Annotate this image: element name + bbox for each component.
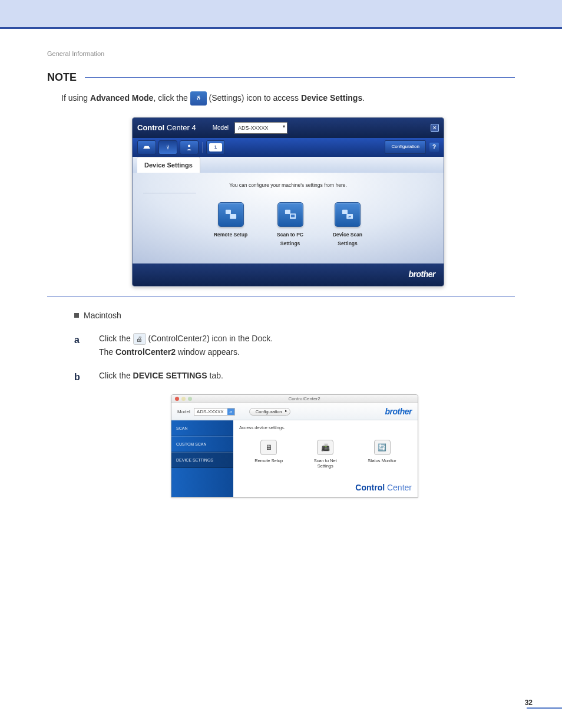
step-b-bold: DEVICE SETTINGS [133, 371, 207, 380]
note-mid1: , click the [153, 93, 190, 103]
cc2-brand-bold: Control [355, 483, 385, 492]
remote-setup-label: Remote Setup [214, 230, 247, 239]
svg-rect-5 [290, 215, 294, 218]
remote-setup-button[interactable]: Remote Setup [214, 202, 247, 249]
scan-to-pc-button[interactable]: Scan to PC Settings [277, 202, 303, 249]
cc4-body-desc: You can configure your machine's setting… [150, 181, 426, 190]
step-a-letter: a [74, 332, 85, 360]
controlcenter2-dock-icon: 🖨 [133, 333, 146, 345]
svg-rect-2 [230, 214, 236, 219]
cc4-divider [143, 193, 196, 193]
zoom-dot-icon[interactable] [188, 397, 192, 401]
cc2-content: Access device settings. 🖥 Remote Setup 📠… [233, 420, 418, 497]
remote-setup-icon [218, 202, 244, 227]
scan-to-net-icon: 📠 [317, 440, 333, 455]
brother-logo-blue: brother [385, 407, 412, 416]
step-b-t2: tab. [207, 371, 223, 380]
note-prefix: If using [61, 93, 90, 103]
device-settings-tab[interactable]: Device Settings [137, 157, 200, 173]
configuration-button[interactable]: Configuration [385, 140, 426, 153]
cc4-title-bold: Control [137, 123, 164, 132]
cc4-app-title: Control Center 4 [137, 121, 196, 134]
step-b-t1: Click the [99, 371, 133, 380]
cc4-model-label: Model [213, 123, 229, 133]
brother-logo: brother [409, 269, 436, 279]
cc4-tabrow: Device Settings [133, 157, 444, 173]
step-a: a Click the 🖨 (ControlCenter2) icon in t… [74, 332, 515, 360]
note-suffix: . [362, 93, 365, 103]
cc2-remote-setup-label: Remote Setup [254, 458, 283, 463]
svg-rect-3 [285, 210, 290, 214]
page-number: 32 [525, 699, 533, 707]
step-a-text: Click the 🖨 (ControlCenter2) icon in the… [99, 332, 273, 360]
macintosh-section: Macintosh a Click the 🖨 (ControlCenter2)… [47, 311, 515, 498]
cc4-buttons-row: Remote Setup Scan to PC Settings Device … [150, 202, 426, 249]
svg-rect-6 [342, 210, 348, 214]
cc2-header: Model ADS-XXXXX⇵ Configuration brother [171, 403, 418, 420]
cc2-brand-row: Control Center [239, 472, 412, 492]
minimize-dot-icon[interactable] [181, 397, 186, 401]
sidebar-item-custom-scan[interactable]: CUSTOM SCAN [171, 436, 233, 452]
remote-setup-icon: 🖥 [260, 440, 277, 455]
settings-tab-icon[interactable] [158, 140, 177, 154]
scan-tab-icon[interactable] [137, 140, 156, 154]
page-number-rule [527, 707, 562, 709]
note-bold-settings: Device Settings [301, 93, 362, 103]
card-tab-icon[interactable]: 1 [206, 140, 225, 154]
sidebar-item-device-settings[interactable]: DEVICE SETTINGS [171, 452, 233, 468]
support-tab-icon[interactable] [180, 140, 199, 154]
step-a-t1: Click the [99, 334, 133, 343]
cc2-sidebar: SCAN CUSTOM SCAN DEVICE SETTINGS [171, 420, 233, 497]
cc4-titlebar: Control Center 4 Model ADS-XXXXX ✕ [133, 118, 444, 137]
cc2-model-label: Model [177, 409, 190, 414]
toolbar-divider [202, 142, 203, 153]
cc4-footer: brother [133, 263, 444, 285]
cc2-model-select[interactable]: ADS-XXXXX⇵ [194, 408, 235, 416]
traffic-lights [175, 397, 192, 401]
svg-point-0 [188, 144, 190, 147]
breadcrumb: General Information [47, 50, 515, 57]
device-scan-button[interactable]: Device Scan Settings [333, 202, 362, 249]
cc4-title-light: Center 4 [164, 123, 196, 132]
note-title: NOTE [47, 71, 77, 84]
device-scan-icon [335, 202, 361, 227]
cc2-status-monitor-label: Status Monitor [368, 458, 396, 463]
step-b-text: Click the DEVICE SETTINGS tab. [99, 369, 223, 385]
page-header-stripe [0, 27, 562, 29]
page-header-band [0, 0, 562, 27]
controlcenter2-window: ControlCenter2 Model ADS-XXXXX⇵ Configur… [171, 394, 418, 498]
cc2-model-value: ADS-XXXXX [197, 409, 224, 414]
device-scan-label: Device Scan Settings [333, 230, 362, 249]
step-a-t3: The [99, 347, 115, 357]
cc2-main: SCAN CUSTOM SCAN DEVICE SETTINGS Access … [171, 420, 418, 497]
close-dot-icon[interactable] [175, 397, 179, 401]
note-text: If using Advanced Mode, click the (Setti… [61, 91, 515, 106]
page-content: General Information 1 NOTE If using Adva… [0, 50, 562, 498]
note-rule [85, 77, 515, 78]
svg-rect-1 [225, 210, 230, 214]
cc2-status-monitor-button[interactable]: 🔄 Status Monitor [368, 440, 396, 469]
note-mid2: (Settings) icon to access [209, 93, 301, 103]
step-b-letter: b [74, 369, 85, 385]
cc2-titlebar: ControlCenter2 [171, 395, 418, 403]
cc2-items-row: 🖥 Remote Setup 📠 Scan to Net Settings 🔄 … [239, 440, 412, 469]
step-a-bold: ControlCenter2 [115, 347, 176, 357]
controlcenter-logo: Control Center [355, 483, 412, 492]
step-b: b Click the DEVICE SETTINGS tab. [74, 369, 515, 385]
settings-icon [190, 91, 207, 106]
close-icon[interactable]: ✕ [431, 124, 439, 132]
controlcenter4-window: Control Center 4 Model ADS-XXXXX ✕ 1 Con… [132, 117, 444, 286]
bullet-square-icon [74, 313, 79, 318]
cc2-scan-to-net-button[interactable]: 📠 Scan to Net Settings [314, 440, 337, 469]
note-body: If using Advanced Mode, click the (Setti… [47, 91, 515, 297]
note-header: NOTE [47, 71, 515, 84]
macintosh-label: Macintosh [84, 311, 121, 320]
status-monitor-icon: 🔄 [374, 440, 391, 455]
cc2-scan-to-net-label: Scan to Net Settings [314, 458, 337, 469]
sidebar-item-scan[interactable]: SCAN [171, 420, 233, 436]
cc2-configuration-button[interactable]: Configuration [249, 408, 291, 416]
cc2-remote-setup-button[interactable]: 🖥 Remote Setup [254, 440, 283, 469]
help-icon[interactable]: ? [429, 143, 439, 152]
step-a-t4: window appears. [176, 347, 240, 357]
cc4-model-select[interactable]: ADS-XXXXX [234, 122, 287, 134]
